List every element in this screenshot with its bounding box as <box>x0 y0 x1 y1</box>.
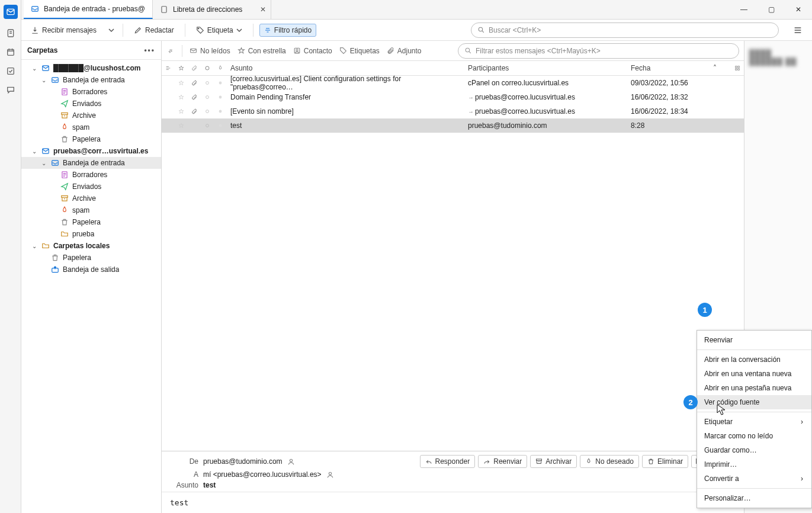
twisty-icon[interactable]: ⌄ <box>31 65 38 72</box>
row-date: 16/06/2022, 18:32 <box>627 93 731 101</box>
col-star-icon[interactable] <box>175 65 188 72</box>
delete-button[interactable]: Eliminar <box>642 455 688 468</box>
folder-papelera[interactable]: Papelera <box>21 216 161 228</box>
message-row[interactable]: Domain Pending Transfer→pruebas@correo.l… <box>162 90 744 104</box>
folder-pruebas-corr-usvirtual-es[interactable]: ⌄pruebas@corr…usvirtual.es <box>21 145 161 157</box>
to-value[interactable]: mí <pruebas@correo.lucusvirtual.es> <box>203 470 322 479</box>
folder-bandeja-de-entrada[interactable]: ⌄Bandeja de entrada <box>21 157 161 169</box>
menu-guardar-como-[interactable]: Guardar como… <box>697 443 811 457</box>
twisty-icon[interactable]: ⌄ <box>40 77 47 84</box>
read-icon[interactable] <box>201 95 214 100</box>
folder-spam[interactable]: spam <box>21 204 161 216</box>
col-subject[interactable]: Asunto <box>227 64 464 72</box>
menu-personalizar-[interactable]: Personalizar… <box>697 491 811 505</box>
twisty-icon[interactable]: ⌄ <box>31 243 38 249</box>
chat-icon[interactable] <box>6 85 15 95</box>
close-icon[interactable]: ✕ <box>260 5 266 14</box>
folder--lucushost-com[interactable]: ⌄██████@lucushost.com <box>21 62 161 74</box>
calendar-icon[interactable] <box>6 47 15 57</box>
junk-button[interactable]: No deseado <box>580 455 639 468</box>
filter-starred[interactable]: Con estrella <box>237 47 286 55</box>
filter-tags[interactable]: Etiquetas <box>339 47 380 55</box>
junk-icon[interactable] <box>214 95 227 100</box>
star-icon[interactable] <box>175 79 188 86</box>
menu-marcar-como-no-le-do[interactable]: Marcar como no leído <box>697 429 811 443</box>
folder-enviados[interactable]: Enviados <box>21 181 161 193</box>
folder-spam[interactable]: spam <box>21 121 161 133</box>
contact-icon[interactable] <box>287 457 296 466</box>
filter-contact[interactable]: Contacto <box>293 47 332 55</box>
folder-borradores[interactable]: Borradores <box>21 86 161 98</box>
star-icon[interactable] <box>175 94 188 101</box>
app-menu-button[interactable] <box>788 23 807 37</box>
col-date[interactable]: Fecha˄ <box>627 64 731 72</box>
quickfilter-button[interactable]: Filtro rápido <box>259 24 316 37</box>
reply-button[interactable]: Responder <box>420 455 476 468</box>
menu-abrir-en-una-ventana-nueva[interactable]: Abrir en una ventana nueva <box>697 367 811 381</box>
col-junk-icon[interactable] <box>214 65 227 72</box>
menu-imprimir-[interactable]: Imprimir… <box>697 457 811 472</box>
junk-icon[interactable] <box>214 123 227 128</box>
menu-abrir-en-la-conversaci-n[interactable]: Abrir en la conversación <box>697 352 811 367</box>
star-icon[interactable] <box>175 122 188 129</box>
message-row[interactable]: testpruebas@tudominio.com8:28 <box>162 118 744 133</box>
subject-value: test <box>203 481 216 489</box>
contact-icon[interactable] <box>326 470 335 479</box>
folders-menu-icon[interactable]: ••• <box>144 46 155 54</box>
tab-inbox[interactable]: Bandeja de entrada - pruebas@ <box>24 0 153 19</box>
close-button[interactable]: ✕ <box>785 0 812 19</box>
folder-papelera[interactable]: Papelera <box>21 133 161 145</box>
row-participants: →pruebas@correo.lucusvirtual.es <box>464 107 627 116</box>
folder-papelera[interactable]: Papelera <box>21 252 161 264</box>
maximize-button[interactable]: ▢ <box>758 0 785 19</box>
col-picker-icon[interactable] <box>731 65 744 72</box>
message-row[interactable]: [correo.lucusvirtual.es] Client configur… <box>162 76 744 90</box>
folder-archive[interactable]: Archive <box>21 110 161 121</box>
sort-asc-icon: ˄ <box>713 64 717 72</box>
tag-button[interactable]: Etiqueta <box>191 24 247 37</box>
compose-button[interactable]: Redactar <box>129 24 179 37</box>
message-row[interactable]: [Evento sin nombre]→pruebas@correo.lucus… <box>162 104 744 118</box>
menu-reenviar[interactable]: Reenviar <box>697 333 811 347</box>
receive-button[interactable]: Recibir mensajes <box>26 24 101 37</box>
col-thread-icon[interactable] <box>162 65 175 72</box>
tab-addressbook[interactable]: Libreta de direcciones ✕ <box>153 0 271 19</box>
menu-ver-c-digo-fuente[interactable]: Ver código fuente <box>697 395 811 409</box>
col-read-icon[interactable] <box>201 65 214 71</box>
folder-prueba[interactable]: prueba <box>21 228 161 240</box>
folder-bandeja-de-entrada[interactable]: ⌄Bandeja de entrada <box>21 74 161 86</box>
twisty-icon[interactable]: ⌄ <box>40 160 47 166</box>
tasks-icon[interactable] <box>6 66 15 76</box>
svg-point-32 <box>206 124 209 127</box>
menu-etiquetar[interactable]: Etiquetar› <box>697 415 811 429</box>
archive-button[interactable]: Archivar <box>530 455 577 468</box>
svg-rect-15 <box>62 195 68 197</box>
addressbook-icon[interactable] <box>6 28 15 38</box>
global-search-input[interactable]: Buscar <Ctrl+K> <box>471 23 779 38</box>
filter-messages-input[interactable]: Filtrar estos mensajes <Ctrl+Mayús+K> <box>458 43 739 59</box>
filter-unread[interactable]: No leídos <box>190 47 230 55</box>
star-icon[interactable] <box>175 108 188 115</box>
col-participants[interactable]: Participantes <box>464 64 627 72</box>
folder-enviados[interactable]: Enviados <box>21 98 161 110</box>
minimize-button[interactable]: — <box>730 0 758 19</box>
read-icon[interactable] <box>201 123 214 128</box>
filter-attach[interactable]: Adjunto <box>387 47 422 55</box>
read-icon[interactable] <box>201 109 214 114</box>
forward-button[interactable]: Reenviar <box>478 455 527 468</box>
folder-bandeja-de-salida[interactable]: Bandeja de salida <box>21 264 161 275</box>
read-icon[interactable] <box>201 81 214 85</box>
folder-carpetas-locales[interactable]: ⌄Carpetas locales <box>21 240 161 252</box>
col-attach-icon[interactable] <box>188 65 201 72</box>
from-value[interactable]: pruebas@tudominio.com <box>203 457 283 466</box>
menu-convertir-a[interactable]: Convertir a› <box>697 472 811 486</box>
receive-dropdown[interactable] <box>106 25 117 36</box>
pin-filter-icon[interactable] <box>166 47 175 55</box>
folder-archive[interactable]: Archive <box>21 193 161 204</box>
junk-icon[interactable] <box>214 109 227 114</box>
junk-icon[interactable] <box>214 81 227 85</box>
mail-app-icon[interactable] <box>4 5 18 19</box>
menu-abrir-en-una-pesta-a-nueva[interactable]: Abrir en una pestaña nueva <box>697 381 811 395</box>
folder-borradores[interactable]: Borradores <box>21 169 161 181</box>
twisty-icon[interactable]: ⌄ <box>31 148 38 155</box>
